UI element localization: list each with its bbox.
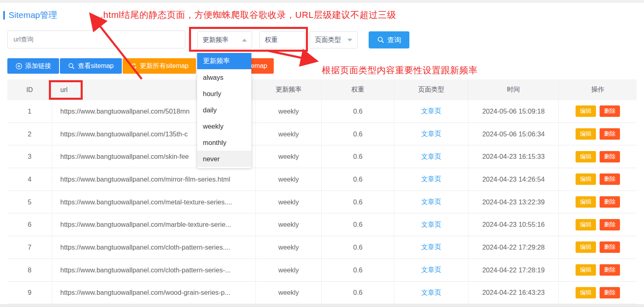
pagetype-link[interactable]: 文章页 (421, 152, 442, 161)
pagetype-link[interactable]: 文章页 (421, 107, 442, 116)
query-button[interactable]: 查询 (369, 31, 409, 48)
delete-button[interactable]: 删除 (600, 219, 620, 230)
cell-frequency: weekly (256, 100, 322, 123)
cell-pagetype: 文章页 (394, 168, 468, 191)
edit-button[interactable]: 编辑 (576, 241, 596, 253)
cell-frequency: weekly (256, 168, 322, 191)
cell-actions: 编辑删除 (559, 191, 637, 213)
cell-time: 2024-04-23 10:55:16 (468, 213, 559, 236)
column-header-6: 操作 (559, 79, 637, 100)
cell-url: https://www.bangtuowallpanel.com/marble-… (52, 213, 256, 236)
pagetype-select[interactable]: 页面类型 (310, 31, 358, 48)
cell-id: 3 (7, 145, 52, 168)
delete-button[interactable]: 删除 (600, 128, 620, 140)
view-sitemap-label: 查看sitemap (78, 62, 114, 70)
title-accent-bar (3, 11, 5, 20)
cell-pagetype: 文章页 (394, 145, 468, 168)
cell-id: 4 (7, 168, 52, 191)
cell-weight: 0.6 (322, 282, 394, 304)
cell-time: 2024-05-06 15:06:34 (468, 123, 559, 145)
refresh-icon (130, 63, 137, 70)
update-all-sitemap-button[interactable]: 更新所有sitemap (123, 58, 196, 74)
column-header-5: 时间 (468, 79, 559, 100)
cell-weight: 0.6 (322, 213, 394, 236)
cell-frequency: weekly (256, 191, 322, 213)
delete-button[interactable]: 删除 (600, 151, 620, 162)
cell-actions: 编辑删除 (559, 100, 637, 123)
delete-button[interactable]: 删除 (600, 196, 620, 208)
cell-actions: 编辑删除 (559, 236, 637, 259)
page-bottom-strip (0, 304, 644, 307)
dropdown-option-monthly[interactable]: monthly (197, 134, 251, 151)
cell-weight: 0.6 (322, 145, 394, 168)
dropdown-option-更新频率[interactable]: 更新频率 (197, 53, 251, 69)
cell-time: 2024-04-23 16:15:33 (468, 145, 559, 168)
cell-actions: 编辑删除 (559, 123, 637, 145)
table-header-row: IDurl更新频率权重页面类型时间操作 (7, 79, 637, 100)
delete-button[interactable]: 删除 (600, 241, 620, 253)
edit-button[interactable]: 编辑 (576, 219, 596, 230)
add-link-button[interactable]: 添加链接 (7, 58, 59, 74)
cell-id: 8 (7, 259, 52, 281)
delete-button[interactable]: 删除 (600, 173, 620, 185)
column-header-0: ID (7, 79, 52, 100)
table-row: 6https://www.bangtuowallpanel.com/marble… (7, 213, 637, 236)
pagetype-link[interactable]: 文章页 (421, 243, 442, 252)
cell-pagetype: 文章页 (394, 213, 468, 236)
page-top-strip (0, 0, 644, 3)
edit-button[interactable]: 编辑 (576, 264, 596, 276)
search-icon (377, 36, 385, 44)
edit-button[interactable]: 编辑 (576, 173, 596, 185)
pagetype-link[interactable]: 文章页 (421, 265, 442, 274)
pagetype-link[interactable]: 文章页 (421, 288, 442, 297)
frequency-dropdown: 更新频率alwayshourlydailyweeklymonthlynever (197, 52, 251, 168)
cell-pagetype: 文章页 (394, 282, 468, 304)
cell-frequency: weekly (256, 145, 322, 168)
cell-time: 2024-05-06 15:09:18 (468, 100, 559, 123)
cell-weight: 0.6 (322, 191, 394, 213)
update-all-label: 更新所有sitemap (140, 62, 189, 70)
delete-button[interactable]: 删除 (600, 105, 620, 117)
cell-id: 7 (7, 236, 52, 259)
cell-url: https://www.bangtuowallpanel.com/mirror-… (52, 168, 256, 191)
dropdown-option-daily[interactable]: daily (197, 102, 251, 118)
edit-button[interactable]: 编辑 (576, 287, 596, 298)
cell-actions: 编辑删除 (559, 213, 637, 236)
table-row: 5https://www.bangtuowallpanel.com/metal-… (7, 191, 637, 214)
edit-button[interactable]: 编辑 (576, 105, 596, 117)
cell-actions: 编辑删除 (559, 145, 637, 168)
cell-frequency: weekly (256, 236, 322, 259)
table-row: 1https://www.bangtuowallpanel.com/5018mn… (7, 100, 637, 123)
pagetype-select-label: 页面类型 (315, 36, 341, 44)
cell-actions: 编辑删除 (559, 259, 637, 281)
table-row: 9https://www.bangtuowallpanel.com/wood-g… (7, 282, 637, 305)
cell-id: 1 (7, 100, 52, 123)
edit-button[interactable]: 编辑 (576, 151, 596, 162)
annotation-top: .html结尾的静态页面，方便蜘蛛爬取谷歌收录，URL层级建议不超过三级 (101, 9, 396, 21)
delete-button[interactable]: 删除 (600, 264, 620, 276)
cell-frequency: weekly (256, 123, 322, 145)
cell-time: 2024-04-22 17:28:19 (468, 259, 559, 281)
edit-button[interactable]: 编辑 (576, 196, 596, 208)
view-sitemap-button[interactable]: 查看sitemap (60, 58, 122, 74)
dropdown-option-hourly[interactable]: hourly (197, 86, 251, 102)
edit-button[interactable]: 编辑 (576, 128, 596, 140)
pagetype-link[interactable]: 文章页 (421, 175, 442, 184)
dropdown-option-always[interactable]: always (197, 69, 251, 86)
red-highlight-filters (189, 27, 308, 52)
dropdown-option-never[interactable]: never (197, 151, 251, 167)
chevron-down-icon (347, 39, 352, 42)
dropdown-option-weekly[interactable]: weekly (197, 118, 251, 134)
cell-pagetype: 文章页 (394, 123, 468, 145)
plus-circle-icon (15, 63, 22, 70)
cell-id: 9 (7, 282, 52, 304)
sitemap-admin-page: Sitemap管理 .html结尾的静态页面，方便蜘蛛爬取谷歌收录，URL层级建… (0, 0, 644, 307)
cell-url: https://www.bangtuowallpanel.com/metal-t… (52, 191, 256, 213)
delete-button[interactable]: 删除 (600, 287, 620, 298)
cell-weight: 0.6 (322, 168, 394, 191)
pagetype-link[interactable]: 文章页 (421, 197, 442, 206)
pagetype-link[interactable]: 文章页 (421, 220, 442, 229)
pagetype-link[interactable]: 文章页 (421, 129, 442, 138)
url-search-input[interactable] (7, 31, 185, 48)
cell-time: 2024-04-23 14:26:54 (468, 168, 559, 191)
